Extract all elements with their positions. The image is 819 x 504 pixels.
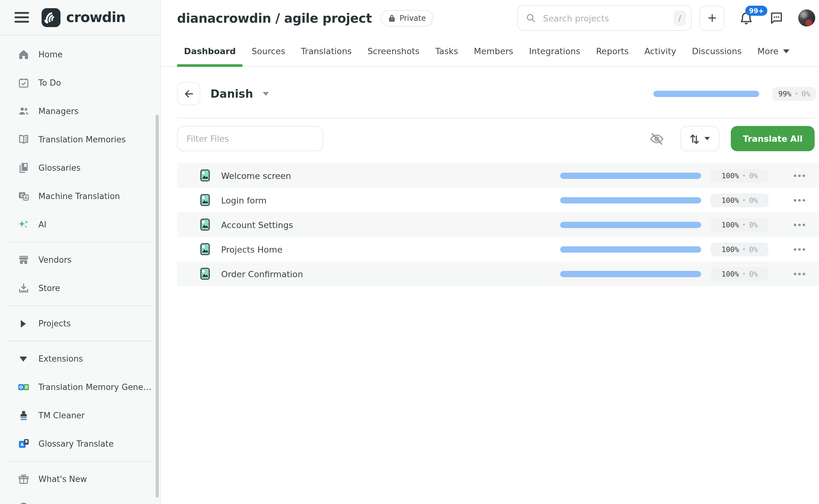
crowdin-wordmark: crowdin <box>66 9 125 25</box>
filter-files-input[interactable] <box>177 126 323 151</box>
home-icon <box>17 49 30 60</box>
sidebar-item-label: Managers <box>38 106 79 116</box>
sidebar-item-extensions[interactable]: Extensions <box>0 345 160 373</box>
user-avatar[interactable] <box>798 9 815 26</box>
sidebar-item-tm-generator[interactable]: Translation Memory Gene… <box>0 373 160 401</box>
translation-memories-icon <box>17 134 30 146</box>
file-name[interactable]: Order Confirmation <box>221 269 560 279</box>
file-menu-button[interactable] <box>794 272 805 275</box>
file-row[interactable]: Order Confirmation 100% • 0% <box>177 261 819 286</box>
search-input[interactable] <box>542 12 673 24</box>
page-title: dianacrowdin / agile project <box>177 10 372 26</box>
sidebar-item-glossary-translate[interactable]: A Glossary Translate <box>0 430 160 458</box>
file-row[interactable]: Projects Home 100% • 0% <box>177 237 819 261</box>
file-menu-button[interactable] <box>794 248 805 250</box>
crowdin-logo-mark-icon <box>42 8 60 27</box>
sidebar-item-managers[interactable]: Managers <box>0 97 160 125</box>
tab-discussions[interactable]: Discussions <box>685 36 749 66</box>
crowdin-logo[interactable]: crowdin <box>42 8 125 27</box>
tab-label: More <box>757 46 778 56</box>
file-progress-badge: 100% • 0% <box>711 169 769 182</box>
tab-label: Discussions <box>692 46 742 56</box>
percent-separator: • <box>794 90 798 97</box>
svg-text:A: A <box>20 442 24 447</box>
image-file-icon <box>200 268 210 280</box>
machine-translation-icon: GA <box>17 190 30 202</box>
tab-reports[interactable]: Reports <box>589 36 636 66</box>
sidebar-item-projects[interactable]: Projects <box>0 309 160 338</box>
sidebar-divider <box>6 306 154 306</box>
tab-screenshots[interactable]: Screenshots <box>361 36 427 66</box>
sidebar-item-store[interactable]: Store <box>0 274 160 302</box>
tab-sources[interactable]: Sources <box>245 36 292 66</box>
percent-separator: • <box>742 221 746 228</box>
translate-all-button[interactable]: Translate All <box>731 126 815 151</box>
tab-activity[interactable]: Activity <box>638 36 683 66</box>
sidebar-item-glossaries[interactable]: Glossaries <box>0 154 160 182</box>
sidebar-item-translation-memories[interactable]: Translation Memories <box>0 125 160 154</box>
tab-label: Dashboard <box>184 46 236 56</box>
tab-label: Translations <box>301 46 352 56</box>
sidebar-nav: Home To Do Managers Translation Memories… <box>0 35 160 504</box>
section-divider <box>177 118 816 118</box>
file-name[interactable]: Projects Home <box>221 244 560 254</box>
sidebar-item-vendors[interactable]: Vendors <box>0 246 160 274</box>
translated-percent: 100% <box>721 269 739 278</box>
managers-icon <box>17 105 30 117</box>
file-progress-bar <box>560 172 701 179</box>
sidebar-item-help-support[interactable]: ? Help & Support <box>0 493 160 504</box>
sidebar-item-ai[interactable]: AI <box>0 210 160 239</box>
chevron-down-icon <box>262 92 269 95</box>
messages-button[interactable] <box>769 11 784 25</box>
sidebar-item-label: Translation Memory Gene… <box>38 382 152 392</box>
file-row[interactable]: Login form 100% • 0% <box>177 188 819 212</box>
approved-percent: 0% <box>749 269 758 278</box>
tab-label: Screenshots <box>368 46 420 56</box>
notifications-button[interactable]: 99+ <box>739 10 753 26</box>
create-project-button[interactable] <box>699 5 725 31</box>
tab-dashboard[interactable]: Dashboard <box>177 36 243 66</box>
sidebar-item-label: Machine Translation <box>38 192 120 201</box>
approved-percent: 0% <box>749 245 758 254</box>
sidebar-item-home[interactable]: Home <box>0 40 160 69</box>
translated-percent: 100% <box>721 220 739 229</box>
file-progress-badge: 100% • 0% <box>711 267 769 281</box>
tab-more[interactable]: More <box>750 36 796 66</box>
file-name[interactable]: Welcome screen <box>221 170 560 180</box>
file-row[interactable]: Account Settings 100% • 0% <box>177 212 819 237</box>
sidebar-item-label: Extensions <box>38 354 83 364</box>
top-bar: dianacrowdin / agile project Private / 9… <box>161 0 819 36</box>
percent-separator: • <box>742 270 746 277</box>
sidebar-scrollbar[interactable] <box>156 115 159 498</box>
sidebar-item-label: AI <box>38 220 46 229</box>
file-menu-button[interactable] <box>794 223 805 226</box>
sidebar-item-machine-translation[interactable]: GA Machine Translation <box>0 182 160 210</box>
chevron-down-icon <box>704 137 710 140</box>
image-file-icon <box>200 243 210 255</box>
file-name[interactable]: Login form <box>221 195 560 205</box>
sidebar-item-label: Vendors <box>38 255 72 265</box>
file-progress-badge: 100% • 0% <box>711 218 769 232</box>
file-menu-button[interactable] <box>794 174 805 177</box>
tab-tasks[interactable]: Tasks <box>428 36 465 66</box>
file-row[interactable]: Welcome screen 100% • 0% <box>177 163 819 188</box>
sidebar-item-tm-cleaner[interactable]: TM Cleaner <box>0 401 160 430</box>
tab-members[interactable]: Members <box>467 36 520 66</box>
tab-integrations[interactable]: Integrations <box>522 36 587 66</box>
sidebar-item-todo[interactable]: To Do <box>0 69 160 97</box>
file-menu-button[interactable] <box>794 199 805 201</box>
file-name[interactable]: Account Settings <box>221 220 560 230</box>
sort-button[interactable] <box>680 126 719 151</box>
approved-percent: 0% <box>749 196 758 204</box>
sidebar-item-label: Glossaries <box>38 163 81 173</box>
tab-translations[interactable]: Translations <box>294 36 359 66</box>
file-progress-bar <box>560 246 701 252</box>
hamburger-menu-icon[interactable] <box>14 12 29 23</box>
language-selector[interactable]: Danish <box>210 87 269 100</box>
sidebar-item-whats-new[interactable]: What's New <box>0 465 160 493</box>
private-badge-label: Private <box>399 14 426 22</box>
back-button[interactable] <box>177 82 200 105</box>
percent-separator: • <box>742 172 746 179</box>
hide-completed-button[interactable] <box>650 131 664 146</box>
private-badge: Private <box>381 10 433 26</box>
